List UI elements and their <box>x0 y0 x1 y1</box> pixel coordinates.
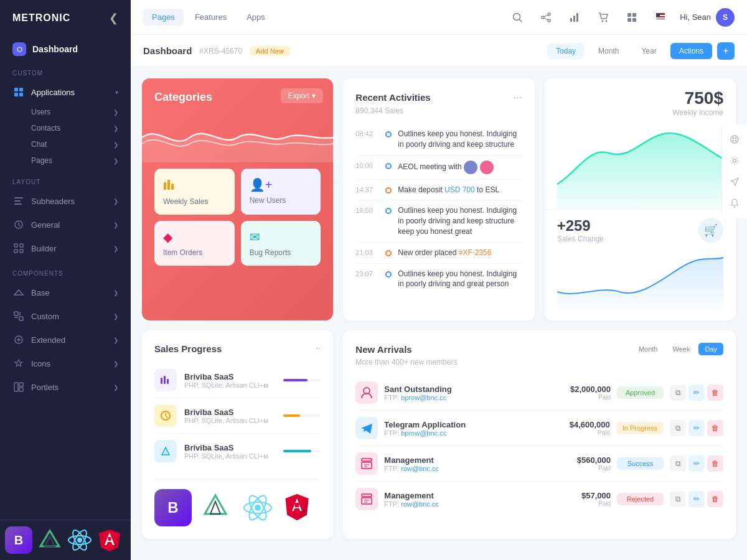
svg-rect-38 <box>632 13 636 17</box>
arrival-amount-2: $4,600,000 Paid <box>548 420 610 436</box>
search-icon[interactable] <box>508 8 527 27</box>
delete-button-1[interactable]: 🗑 <box>707 385 723 401</box>
sidebar-sub-chat[interactable]: Chat ❯ <box>0 136 131 152</box>
sidebar-item-builder[interactable]: Builder ❯ <box>0 236 131 260</box>
arrival-row-3: Management FTP: row@bnc.cc $560,000 Paid… <box>355 446 723 482</box>
bar-chart-icon <box>163 177 226 194</box>
svg-rect-43 <box>656 17 665 19</box>
delete-button-3[interactable]: 🗑 <box>707 455 723 472</box>
progress-menu-icon[interactable]: ·· <box>315 343 321 354</box>
progress-item-3: Briviba SaaS PHP, SQLite, Artisan CLI+м <box>154 434 321 469</box>
svg-rect-2 <box>14 93 18 96</box>
add-new-badge[interactable]: Add New <box>250 46 290 56</box>
wave-chart <box>142 113 333 162</box>
settings-icon[interactable] <box>725 151 745 170</box>
tab-day[interactable]: Day <box>698 343 723 355</box>
svg-marker-53 <box>210 502 220 514</box>
income-chart <box>557 122 723 209</box>
palette-icon[interactable] <box>725 129 745 149</box>
flag-icon[interactable] <box>651 8 670 27</box>
delete-button-4[interactable]: 🗑 <box>707 491 723 507</box>
sidebar-item-applications[interactable]: Applications ▾ <box>0 80 131 104</box>
topnav-icons: Hi, Sean S <box>508 8 735 27</box>
weekly-income-card: 750$ Weekly Income <box>545 78 736 209</box>
avatar: S <box>716 8 735 27</box>
activity-dot-5 <box>385 250 392 256</box>
copy-button-3[interactable]: ⧉ <box>670 455 686 472</box>
weekly-sales-card[interactable]: Weekly Sales <box>154 169 235 215</box>
svg-rect-66 <box>362 498 372 504</box>
activities-menu-icon[interactable]: ··· <box>513 91 522 104</box>
year-button[interactable]: Year <box>632 43 665 59</box>
bootstrap-icon: B <box>5 526 32 554</box>
tab-apps[interactable]: Apps <box>238 9 274 26</box>
order-link[interactable]: #XF-2356 <box>459 248 492 257</box>
svg-point-54 <box>255 505 261 511</box>
income-column: 750$ Weekly Income <box>545 78 736 320</box>
activity-item-2: 10:00 AEOL meeting with <box>355 156 522 180</box>
usd-link[interactable]: USD 700 <box>444 185 475 194</box>
user-greeting[interactable]: Hi, Sean S <box>680 8 735 27</box>
sidebar-item-base[interactable]: Base ❯ <box>0 281 131 304</box>
sidebar-item-extended[interactable]: Extended ❯ <box>0 328 131 352</box>
svg-rect-32 <box>570 18 572 22</box>
new-users-card[interactable]: 👤+ New Users <box>241 169 321 215</box>
sidebar-sub-users[interactable]: Users ❯ <box>0 104 131 120</box>
notification-icon[interactable] <box>725 193 745 213</box>
edit-button-2[interactable]: ✏ <box>688 420 705 436</box>
sidebar-item-portlets[interactable]: Portlets ❯ <box>0 375 131 399</box>
chart-icon[interactable] <box>565 8 584 27</box>
cart-icon[interactable] <box>594 8 613 27</box>
svg-rect-48 <box>161 378 162 384</box>
actions-button[interactable]: Actions <box>670 43 712 59</box>
arrival-actions-1: ⧉ ✏ 🗑 <box>670 385 723 401</box>
new-arrivals-card: New Arrivals Month Week Day More than 40… <box>343 330 736 539</box>
activity-dot-4 <box>385 208 392 214</box>
item-orders-card[interactable]: ◆ Item Orders <box>154 221 235 266</box>
sidebar-item-custom[interactable]: Custom ❯ <box>0 304 131 328</box>
progress-bar-3 <box>283 450 321 452</box>
dashboard-label: Dashboard <box>32 44 78 54</box>
svg-point-28 <box>514 13 520 20</box>
svg-rect-5 <box>14 200 21 202</box>
tab-month[interactable]: Month <box>632 343 664 355</box>
copy-button-2[interactable]: ⧉ <box>670 420 686 436</box>
add-button[interactable]: + <box>717 42 735 60</box>
builder-icon <box>12 242 25 254</box>
activity-item-3: 14:37 Make deposit USD 700 to ESL <box>355 180 522 201</box>
activity-dot-1 <box>385 131 392 138</box>
tab-pages[interactable]: Pages <box>143 9 184 26</box>
bug-reports-card[interactable]: ✉ Bug Reports <box>241 221 321 266</box>
subheaders-icon <box>12 195 25 207</box>
sidebar-item-subheaders[interactable]: Subheaders ❯ <box>0 189 131 213</box>
sidebar-sub-pages[interactable]: Pages ❯ <box>0 152 131 169</box>
copy-button-1[interactable]: ⧉ <box>670 385 686 401</box>
right-icons-panel <box>721 124 747 218</box>
sidebar-item-icons[interactable]: Icons ❯ <box>0 352 131 375</box>
svg-point-67 <box>731 136 738 143</box>
today-button[interactable]: Today <box>547 43 585 59</box>
share-icon[interactable] <box>537 8 555 27</box>
components-section-label: COMPONENTS <box>0 260 131 281</box>
tab-week[interactable]: Week <box>667 343 697 355</box>
edit-button-4[interactable]: ✏ <box>688 491 705 507</box>
svg-point-36 <box>606 20 608 22</box>
sidebar-item-general[interactable]: General ❯ <box>0 213 131 236</box>
edit-button-1[interactable]: ✏ <box>688 385 705 401</box>
progress-header: Sales Progress ·· <box>154 343 321 354</box>
grid-icon[interactable] <box>622 8 641 27</box>
export-button[interactable]: Export ▾ <box>281 88 324 103</box>
sales-basket-icon: 🛒 <box>698 218 723 243</box>
copy-button-4[interactable]: ⧉ <box>670 491 686 507</box>
custom-section-label: CUSTOM <box>0 60 131 80</box>
sidebar-sub-contacts[interactable]: Contacts ❯ <box>0 120 131 136</box>
delete-button-2[interactable]: 🗑 <box>707 420 723 436</box>
sidebar-toggle-icon[interactable]: ❮ <box>109 11 118 25</box>
month-button[interactable]: Month <box>590 43 627 59</box>
edit-button-3[interactable]: ✏ <box>688 455 705 472</box>
tab-features[interactable]: Features <box>186 9 235 26</box>
svg-rect-4 <box>14 197 23 198</box>
subheader-actions: Today Month Year Actions + <box>547 42 735 60</box>
sidebar-dashboard-item[interactable]: ⬡ Dashboard <box>0 36 131 60</box>
send-icon[interactable] <box>725 172 745 192</box>
